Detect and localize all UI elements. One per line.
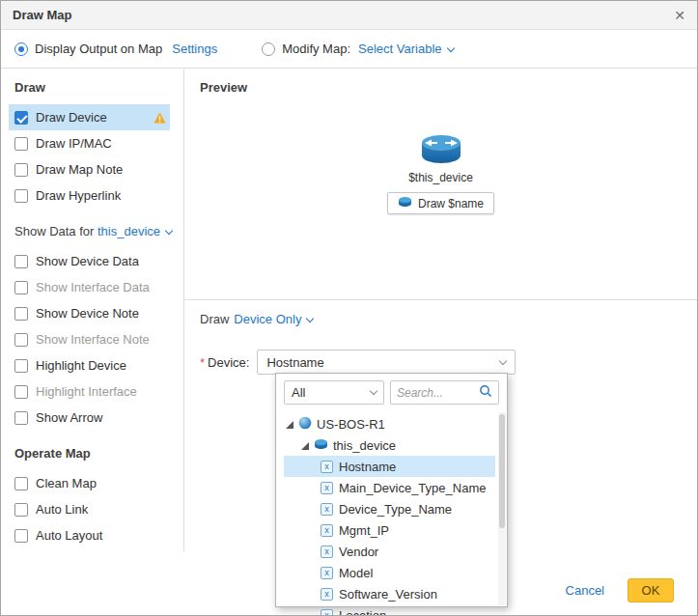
tree-item-device-type-name[interactable]: x Device_Type_Name	[284, 498, 495, 519]
preview-device-label: $this_device	[408, 171, 473, 184]
scrollbar-thumb[interactable]	[499, 414, 505, 528]
close-icon[interactable]: ✕	[674, 9, 685, 22]
sidebar: Draw Draw Device Draw IP/MAC Draw Map No…	[1, 69, 184, 551]
variable-icon: x	[321, 482, 333, 494]
search-input[interactable]	[397, 386, 479, 400]
radio-modify-map-label: Modify Map:	[282, 42, 350, 56]
tree-item-mgmt-ip[interactable]: x Mgmt_IP	[284, 519, 495, 541]
variable-icon: x	[321, 588, 333, 601]
router-device-icon	[420, 133, 462, 168]
preview-canvas: $this_device Draw $name	[200, 95, 682, 214]
checkbox-icon[interactable]	[14, 163, 28, 177]
device-tree: US-BOS-R1 this_device x Hostname x Main_…	[276, 411, 507, 616]
required-mark: *	[200, 355, 205, 370]
search-box	[390, 380, 499, 405]
sidebar-item-show-interface-data[interactable]: Show Interface Data	[9, 274, 170, 300]
router-mini-icon	[314, 438, 328, 453]
tree-item-hostname[interactable]: x Hostname	[284, 456, 495, 477]
tree-item-main-device-type-name[interactable]: x Main_Device_Type_Name	[284, 477, 495, 498]
select-variable-link[interactable]: Select Variable	[358, 42, 453, 56]
section-title-operate-map: Operate Map	[14, 446, 183, 461]
variable-icon: x	[321, 461, 333, 473]
device-dropdown-panel: All US-BOS-R1	[275, 373, 508, 607]
chevron-down-icon	[446, 44, 454, 52]
checkbox-icon[interactable]	[14, 333, 28, 347]
checkbox-checked-icon[interactable]	[14, 111, 28, 125]
variable-icon: x	[321, 546, 333, 558]
checkbox-icon[interactable]	[14, 477, 28, 490]
checkbox-icon[interactable]	[14, 281, 28, 294]
preview-title: Preview	[200, 80, 682, 95]
search-icon[interactable]	[479, 384, 492, 401]
warning-icon	[154, 112, 166, 124]
variable-icon: x	[321, 567, 333, 579]
tree-item-this-device[interactable]: this_device	[284, 434, 497, 456]
section-title-show-data: Show Data for this_device	[14, 224, 183, 238]
sidebar-item-draw-hyperlink[interactable]: Draw Hyperlink	[9, 182, 170, 209]
this-device-variable-link[interactable]: this_device	[98, 224, 172, 238]
checkbox-icon[interactable]	[14, 411, 28, 425]
radio-modify-map[interactable]	[262, 42, 275, 56]
variable-icon: x	[321, 524, 333, 537]
checkbox-icon[interactable]	[14, 137, 28, 151]
sidebar-item-draw-map-note[interactable]: Draw Map Note	[9, 156, 170, 182]
checkbox-icon[interactable]	[14, 529, 28, 543]
dialog-footer: Cancel OK	[566, 578, 674, 602]
chevron-down-icon	[306, 315, 314, 322]
variable-icon: x	[321, 609, 333, 616]
device-only-link[interactable]: Device Only	[234, 312, 313, 326]
tree-expander-icon[interactable]	[301, 438, 309, 453]
tree-item-vendor[interactable]: x Vendor	[284, 541, 495, 562]
sidebar-item-show-device-note[interactable]: Show Device Note	[9, 300, 170, 326]
sidebar-item-highlight-device[interactable]: Highlight Device	[9, 352, 170, 378]
ok-button[interactable]: OK	[628, 578, 674, 602]
dialog-title: Draw Map	[13, 8, 71, 22]
tree-item-root-device[interactable]: US-BOS-R1	[284, 413, 497, 434]
checkbox-icon[interactable]	[14, 255, 28, 268]
draw-map-dialog: Draw Map ✕ Display Output on Map Setting…	[0, 0, 698, 616]
sidebar-item-show-device-data[interactable]: Show Device Data	[9, 248, 170, 274]
sidebar-item-auto-layout[interactable]: Auto Layout	[9, 522, 170, 548]
checkbox-icon[interactable]	[14, 359, 28, 373]
router-mini-icon	[398, 196, 412, 210]
chevron-down-icon	[499, 356, 507, 364]
variable-icon: x	[321, 503, 333, 516]
sidebar-item-draw-ip-mac[interactable]: Draw IP/MAC	[9, 130, 170, 156]
checkbox-icon[interactable]	[14, 503, 28, 517]
checkbox-icon[interactable]	[14, 385, 28, 399]
draw-name-button[interactable]: Draw $name	[387, 192, 494, 214]
sidebar-item-clean-map[interactable]: Clean Map	[9, 470, 170, 496]
section-title-draw: Draw	[14, 80, 183, 95]
sidebar-item-auto-link[interactable]: Auto Link	[9, 496, 170, 522]
tree-item-location[interactable]: x Location	[284, 604, 495, 616]
device-ball-icon	[298, 416, 312, 433]
sidebar-item-show-arrow[interactable]: Show Arrow	[9, 405, 170, 431]
mode-row: Display Output on Map Settings Modify Ma…	[1, 30, 697, 69]
checkbox-icon[interactable]	[14, 189, 28, 203]
scrollbar[interactable]	[498, 412, 506, 605]
tree-expander-icon[interactable]	[286, 417, 293, 432]
sidebar-item-draw-device[interactable]: Draw Device	[9, 104, 170, 130]
settings-link[interactable]: Settings	[172, 42, 217, 56]
sidebar-item-show-interface-note[interactable]: Show Interface Note	[9, 326, 170, 352]
checkbox-icon[interactable]	[14, 307, 28, 321]
chevron-down-icon	[370, 387, 377, 395]
preview-section: Preview	[184, 69, 697, 300]
filter-select[interactable]: All	[284, 380, 384, 405]
device-select[interactable]: Hostname	[257, 350, 516, 375]
sidebar-item-highlight-interface[interactable]: Highlight Interface	[9, 378, 170, 405]
tree-item-software-version[interactable]: x Software_Version	[284, 583, 495, 604]
tree-item-model[interactable]: x Model	[284, 562, 495, 583]
device-field-label: Device:	[208, 355, 249, 370]
radio-display-output-label: Display Output on Map	[35, 42, 162, 56]
title-bar: Draw Map ✕	[1, 1, 697, 30]
chevron-down-icon	[165, 227, 173, 235]
radio-display-output[interactable]	[14, 42, 28, 56]
cancel-button[interactable]: Cancel	[566, 583, 604, 598]
draw-config-prefix: Draw	[200, 312, 229, 326]
